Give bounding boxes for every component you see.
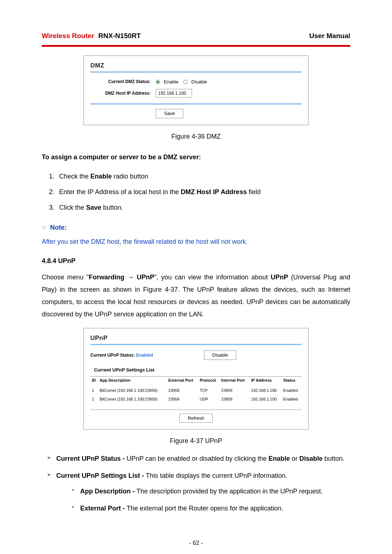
enable-label: Enable <box>164 79 178 85</box>
step-3: Click the Save button. <box>56 200 350 216</box>
note-head: ☞ Note: <box>42 223 350 233</box>
page-header: Wireless Router RNX-N150RT User Manual <box>42 31 350 41</box>
col-ip: IP Address <box>250 377 282 386</box>
disable-label: Disable <box>191 79 207 85</box>
col-ext: External Port <box>167 377 198 386</box>
refresh-row: Refresh <box>90 410 302 423</box>
upnp-panel: UPnP Current UPnP Status: Enabled Disabl… <box>83 328 309 430</box>
list-item: App Description - The description provid… <box>74 483 350 500</box>
list-item: Current UPnP Settings List - This table … <box>50 467 350 521</box>
upnp-list-title: Current UPnP Settings List <box>94 366 302 374</box>
dmz-title: DMZ <box>90 61 302 70</box>
figure-caption-upnp: Figure 4-37 UPnP <box>42 436 350 446</box>
disable-button[interactable]: Disable <box>204 350 236 360</box>
table-row: 1 BitComet (192.168.1.100:23959) 23959 T… <box>90 386 302 395</box>
note-body: After you set the DMZ host, the firewall… <box>42 237 350 247</box>
panel-divider <box>90 103 302 104</box>
list-item: External Port - The external port the Ro… <box>74 500 350 517</box>
upnp-title: UPnP <box>90 333 302 343</box>
col-id: ID <box>90 377 98 386</box>
radio-group: Enable Disable <box>156 78 211 85</box>
upnp-status: Current UPnP Status: Enabled <box>90 352 153 358</box>
step-1: Check the Enable radio button <box>56 169 350 184</box>
model: RNX-N150RT <box>98 32 141 40</box>
upnp-status-row: Current UPnP Status: Enabled Disable <box>90 350 302 360</box>
list-item: Current UPnP Status - UPnP can be enable… <box>50 450 350 467</box>
panel-divider <box>90 71 302 73</box>
step-2: Enter the IP Address of a local host in … <box>56 184 350 200</box>
red-divider <box>42 45 350 47</box>
col-desc: App Description <box>98 377 167 386</box>
panel-divider <box>90 344 302 345</box>
col-status: Status <box>282 377 302 386</box>
page-number: - 62 - <box>42 539 350 547</box>
note-label: Note: <box>50 224 67 231</box>
figure-caption-dmz: Figure 4-36 DMZ <box>42 132 350 141</box>
header-left: Wireless Router RNX-N150RT <box>42 31 141 41</box>
col-proto: Protocol <box>198 377 220 386</box>
dmz-ip-row: DMZ Host IP Address: 192.168.1.100 <box>90 89 302 98</box>
section-heading: 4.8.4 UPnP <box>42 256 350 266</box>
dmz-panel: DMZ Current DMZ Status: Enable Disable D… <box>83 56 309 125</box>
refresh-button[interactable]: Refresh <box>179 414 213 423</box>
assign-heading: To assign a computer or server to be a D… <box>42 152 350 162</box>
note-icon: ☞ <box>42 225 47 231</box>
upnp-table: ID App Description External Port Protoco… <box>90 376 302 406</box>
table-row: 2 BitComet (192.168.1.100:23959) 23959 U… <box>90 395 302 406</box>
dmz-ip-label: DMZ Host IP Address: <box>90 90 156 97</box>
dmz-status-row: Current DMZ Status: Enable Disable <box>90 78 302 85</box>
brand: Wireless Router <box>42 32 94 40</box>
disable-radio[interactable] <box>183 80 188 84</box>
upnp-status-value: Enabled <box>136 353 153 358</box>
arrow-list: Current UPnP Status - UPnP can be enable… <box>42 450 350 521</box>
dmz-status-label: Current DMZ Status: <box>90 78 156 85</box>
upnp-paragraph: Choose menu "Forwarding → UPnP", you can… <box>42 271 350 321</box>
steps-list: Check the Enable radio button Enter the … <box>42 169 350 216</box>
header-right: User Manual <box>309 31 350 41</box>
enable-radio[interactable] <box>156 80 160 84</box>
dmz-ip-input[interactable]: 192.168.1.100 <box>156 89 192 98</box>
save-row: Save <box>90 109 302 118</box>
table-header-row: ID App Description External Port Protoco… <box>90 377 302 386</box>
save-button[interactable]: Save <box>156 109 183 118</box>
sub-list: App Description - The description provid… <box>56 483 350 517</box>
col-int: Internal Port <box>220 377 250 386</box>
